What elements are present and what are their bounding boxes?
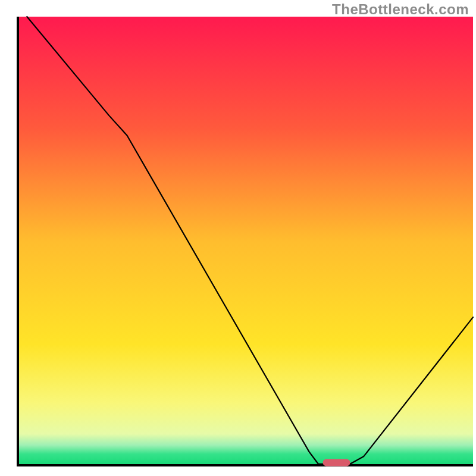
bottleneck-chart (0, 0, 476, 476)
optimal-marker (323, 459, 350, 466)
chart-container: TheBottleneck.com (0, 0, 476, 476)
plot-background (18, 17, 473, 465)
watermark-text: TheBottleneck.com (332, 1, 469, 18)
